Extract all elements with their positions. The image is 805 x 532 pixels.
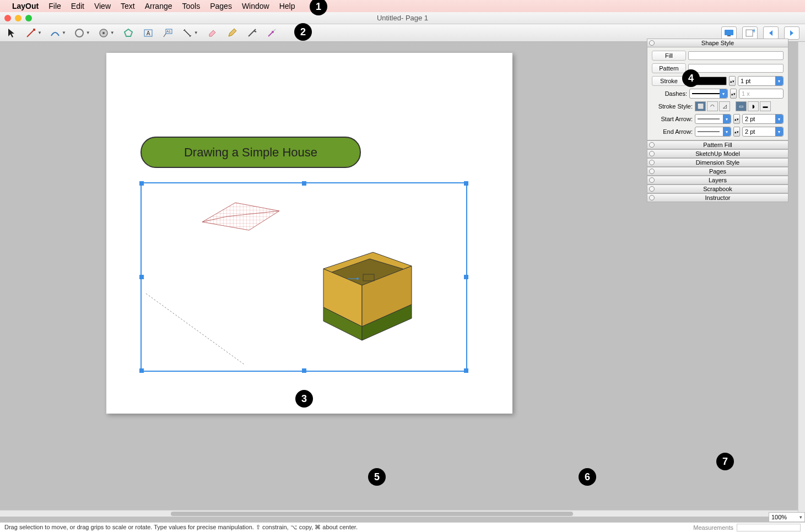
menu-window[interactable]: Window — [242, 2, 269, 10]
line-tool[interactable]: ▼ — [25, 28, 42, 39]
panel-collapse-icon[interactable] — [649, 169, 655, 174]
stroke-size-select[interactable]: 1 pt▾ — [738, 76, 784, 86]
grip-nw[interactable] — [139, 181, 144, 186]
grip-sw[interactable] — [139, 368, 144, 373]
callout-7: 7 — [716, 453, 734, 470]
circle-filled-tool[interactable]: ▼ — [98, 28, 115, 39]
panel-shape-style-header[interactable]: Shape Style — [647, 39, 788, 47]
menu-pages[interactable]: Pages — [210, 2, 232, 10]
menu-edit[interactable]: Edit — [71, 2, 84, 10]
status-hint: Drag selection to move, or drag grips to… — [4, 524, 358, 531]
presentation-button[interactable] — [721, 26, 737, 40]
next-page-button[interactable] — [784, 26, 799, 40]
grip-ne[interactable] — [464, 181, 468, 186]
start-arrow-select[interactable]: ▾ — [695, 114, 731, 124]
callout-4: 4 — [682, 69, 700, 87]
stroke-stepper[interactable]: ▴▾ — [729, 76, 736, 86]
grip-s[interactable] — [302, 368, 306, 373]
circle-tool[interactable]: ▼ — [74, 28, 90, 39]
text-tool[interactable]: A — [142, 27, 154, 39]
pattern-swatch[interactable] — [688, 64, 784, 73]
pencil-tool[interactable] — [226, 27, 238, 39]
cap-flat-button[interactable]: ▭ — [736, 101, 747, 111]
panel-collapse-icon[interactable] — [649, 186, 655, 192]
inspector-panels: Shape Style Fill Pattern Stroke ▴▾ 1 pt▾… — [647, 39, 788, 202]
menubar: LayOut File Edit View Text Arrange Tools… — [0, 0, 805, 12]
panel-collapse-icon[interactable] — [649, 142, 655, 148]
panel-collapse-icon[interactable] — [649, 40, 655, 46]
menu-view[interactable]: View — [94, 2, 111, 10]
panel-collapse-icon[interactable] — [649, 177, 655, 183]
panel-collapse-icon[interactable] — [649, 160, 655, 165]
window-close-button[interactable] — [4, 15, 11, 21]
app-menu[interactable]: LayOut — [12, 2, 39, 10]
document-title-shape[interactable]: Drawing a Simple House — [141, 137, 361, 168]
fill-swatch[interactable] — [688, 51, 784, 60]
svg-text:A1: A1 — [166, 30, 171, 33]
measurements-label: Measurements — [693, 524, 733, 531]
pattern-toggle[interactable]: Pattern — [652, 63, 686, 73]
eraser-tool[interactable] — [206, 27, 218, 39]
panel-sketchup-model[interactable]: SketchUp Model — [647, 149, 788, 158]
measurements-input[interactable] — [737, 524, 801, 531]
grip-se[interactable] — [464, 368, 468, 373]
corner-miter-button[interactable]: ⬜ — [695, 101, 706, 111]
zoom-select[interactable]: 100% — [769, 512, 805, 522]
panel-dimension-style[interactable]: Dimension Style — [647, 158, 788, 167]
panel-scrapbook[interactable]: Scrapbook — [647, 184, 788, 193]
end-arrow-label: End Arrow: — [652, 128, 693, 135]
panel-collapse-icon[interactable] — [649, 151, 655, 156]
select-tool[interactable] — [6, 27, 18, 39]
end-arrow-size-select[interactable]: 2 pt▾ — [742, 127, 784, 137]
stroke-toggle[interactable]: Stroke — [652, 76, 686, 86]
end-arrow-select[interactable]: ▾ — [695, 127, 731, 137]
arc-tool[interactable]: ▼ — [50, 28, 66, 39]
dashes-mult-select[interactable]: 1 x — [739, 89, 784, 99]
dimension-tool[interactable]: ▼ — [182, 28, 198, 39]
dashes-stepper[interactable]: ▴▾ — [730, 89, 737, 99]
model-roof — [197, 200, 282, 233]
cap-square-button[interactable]: ▬ — [760, 101, 771, 111]
menu-help[interactable]: Help — [279, 2, 295, 10]
window-zoom-button[interactable] — [25, 15, 32, 21]
panel-pattern-fill[interactable]: Pattern Fill — [647, 140, 788, 149]
selection-bounds[interactable] — [141, 182, 467, 372]
panel-layers[interactable]: Layers — [647, 176, 788, 184]
menu-file[interactable]: File — [48, 2, 61, 10]
menu-tools[interactable]: Tools — [182, 2, 201, 10]
horizontal-scroll-thumb[interactable] — [171, 512, 573, 516]
end-arrow-stepper[interactable]: ▴▾ — [733, 127, 740, 137]
polygon-tool[interactable] — [122, 27, 134, 39]
grip-w[interactable] — [139, 275, 144, 279]
callout-6: 6 — [579, 468, 596, 486]
menu-arrange[interactable]: Arrange — [145, 2, 172, 10]
svg-rect-10 — [727, 35, 731, 36]
panel-pages[interactable]: Pages — [647, 167, 788, 176]
menu-text[interactable]: Text — [121, 2, 135, 10]
vertical-scrollbar[interactable] — [798, 42, 805, 517]
corner-round-button[interactable]: ◠ — [707, 101, 718, 111]
document-page[interactable]: Drawing a Simple House — [106, 53, 512, 414]
model-ground-line — [146, 294, 245, 365]
dashes-select[interactable]: ▾ — [689, 89, 728, 99]
horizontal-scrollbar[interactable] — [0, 510, 798, 517]
panel-collapse-icon[interactable] — [649, 195, 655, 200]
grip-n[interactable] — [302, 181, 306, 186]
start-arrow-label: Start Arrow: — [652, 116, 693, 122]
document-title-text: Drawing a Simple House — [184, 145, 317, 160]
join-tool[interactable] — [266, 27, 278, 39]
start-arrow-size-select[interactable]: 2 pt▾ — [742, 114, 784, 124]
grip-e[interactable] — [464, 275, 468, 279]
window-title: Untitled- Page 1 — [377, 14, 428, 22]
add-page-button[interactable]: + — [742, 26, 758, 40]
prev-page-button[interactable] — [763, 26, 779, 40]
svg-text:+: + — [752, 29, 755, 35]
window-minimize-button[interactable] — [15, 15, 21, 21]
panel-instructor[interactable]: Instructor — [647, 193, 788, 202]
label-tool[interactable]: A1 — [162, 27, 174, 39]
split-tool[interactable] — [246, 27, 258, 39]
corner-bevel-button[interactable]: ◿ — [719, 101, 730, 111]
cap-round-button[interactable]: ◗ — [748, 101, 759, 111]
start-arrow-stepper[interactable]: ▴▾ — [733, 114, 740, 124]
fill-toggle[interactable]: Fill — [652, 51, 686, 61]
